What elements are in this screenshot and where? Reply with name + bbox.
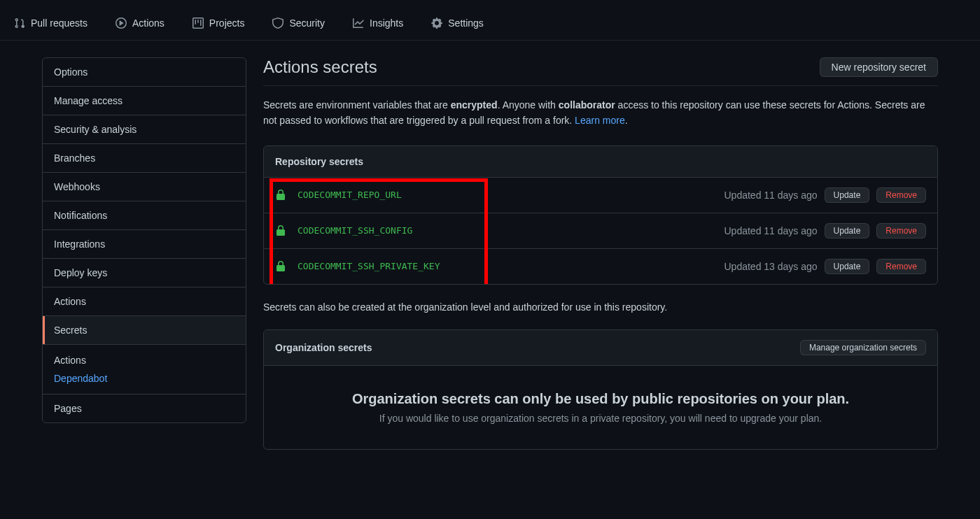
tab-projects[interactable]: Projects	[181, 12, 256, 34]
sidebar-item-branches[interactable]: Branches	[43, 144, 246, 173]
tab-security[interactable]: Security	[261, 12, 336, 34]
lock-icon	[275, 190, 286, 201]
sidebar-sub-head: Actions	[43, 345, 246, 369]
tab-label: Insights	[370, 17, 403, 29]
update-button[interactable]: Update	[825, 223, 870, 239]
secret-row: CODECOMMIT_SSH_CONFIG Updated 11 days ag…	[264, 213, 937, 249]
org-body-title: Organization secrets can only be used by…	[275, 391, 926, 407]
repo-secrets-title: Repository secrets	[275, 156, 363, 167]
org-body-subtitle: If you would like to use organization se…	[275, 413, 926, 424]
tab-label: Security	[289, 17, 325, 29]
secret-name: CODECOMMIT_SSH_PRIVATE_KEY	[298, 261, 440, 271]
page-title: Actions secrets	[263, 57, 377, 77]
graph-icon	[353, 17, 364, 29]
lock-icon	[275, 261, 286, 272]
sidebar-item-options[interactable]: Options	[43, 58, 246, 87]
update-button[interactable]: Update	[825, 187, 870, 203]
new-repository-secret-button[interactable]: New repository secret	[820, 57, 938, 77]
sidebar-item-pages[interactable]: Pages	[43, 394, 246, 422]
tab-label: Actions	[132, 17, 164, 29]
secret-updated: Updated 11 days ago	[724, 190, 818, 201]
shield-icon	[272, 17, 284, 29]
secret-updated: Updated 11 days ago	[724, 225, 818, 236]
secret-row: CODECOMMIT_SSH_PRIVATE_KEY Updated 13 da…	[264, 249, 937, 284]
sidebar-item-deploy-keys[interactable]: Deploy keys	[43, 259, 246, 287]
settings-sidebar: Options Manage access Security & analysi…	[42, 57, 246, 467]
project-icon	[192, 17, 204, 29]
learn-more-link[interactable]: Learn more	[575, 115, 625, 126]
tab-settings[interactable]: Settings	[420, 12, 495, 34]
sidebar-item-notifications[interactable]: Notifications	[43, 201, 246, 230]
sidebar-item-manage-access[interactable]: Manage access	[43, 87, 246, 115]
sidebar-sublink-dependabot[interactable]: Dependabot	[43, 369, 246, 394]
sidebar-item-webhooks[interactable]: Webhooks	[43, 173, 246, 201]
tab-insights[interactable]: Insights	[342, 12, 414, 34]
update-button[interactable]: Update	[825, 259, 870, 274]
sidebar-item-label: Secrets	[54, 325, 87, 336]
main-content: Actions secrets New repository secret Se…	[263, 57, 938, 467]
gear-icon	[431, 17, 442, 29]
remove-button[interactable]: Remove	[876, 259, 926, 274]
lock-icon	[275, 225, 286, 236]
manage-organization-secrets-button[interactable]: Manage organization secrets	[800, 340, 926, 355]
tab-label: Projects	[209, 17, 245, 29]
repository-secrets-box: Repository secrets CODECOMMIT_REPO_URL U…	[263, 145, 938, 285]
secret-row: CODECOMMIT_REPO_URL Updated 11 days ago …	[264, 178, 937, 213]
secret-updated: Updated 13 days ago	[724, 261, 818, 272]
organization-secrets-box: Organization secrets Manage organization…	[263, 329, 938, 450]
tab-label: Settings	[448, 17, 484, 29]
between-text: Secrets can also be created at the organ…	[263, 301, 938, 313]
tab-actions[interactable]: Actions	[104, 12, 176, 34]
intro-text: Secrets are environment variables that a…	[263, 97, 938, 129]
org-secrets-title: Organization secrets	[275, 342, 372, 353]
secret-name: CODECOMMIT_SSH_CONFIG	[298, 225, 412, 236]
play-icon	[115, 17, 127, 29]
dependabot-link[interactable]: Dependabot	[54, 373, 107, 384]
sidebar-item-actions[interactable]: Actions	[43, 287, 246, 316]
tab-label: Pull requests	[31, 17, 88, 29]
tab-pull-requests[interactable]: Pull requests	[3, 12, 99, 34]
remove-button[interactable]: Remove	[876, 187, 926, 203]
repo-tabs: Pull requests Actions Projects Security …	[0, 0, 980, 41]
sidebar-item-secrets[interactable]: Secrets	[43, 316, 246, 345]
sidebar-item-security-analysis[interactable]: Security & analysis	[43, 115, 246, 144]
remove-button[interactable]: Remove	[876, 223, 926, 239]
secret-name: CODECOMMIT_REPO_URL	[298, 190, 402, 200]
git-pull-request-icon	[14, 17, 25, 29]
sidebar-item-integrations[interactable]: Integrations	[43, 230, 246, 259]
